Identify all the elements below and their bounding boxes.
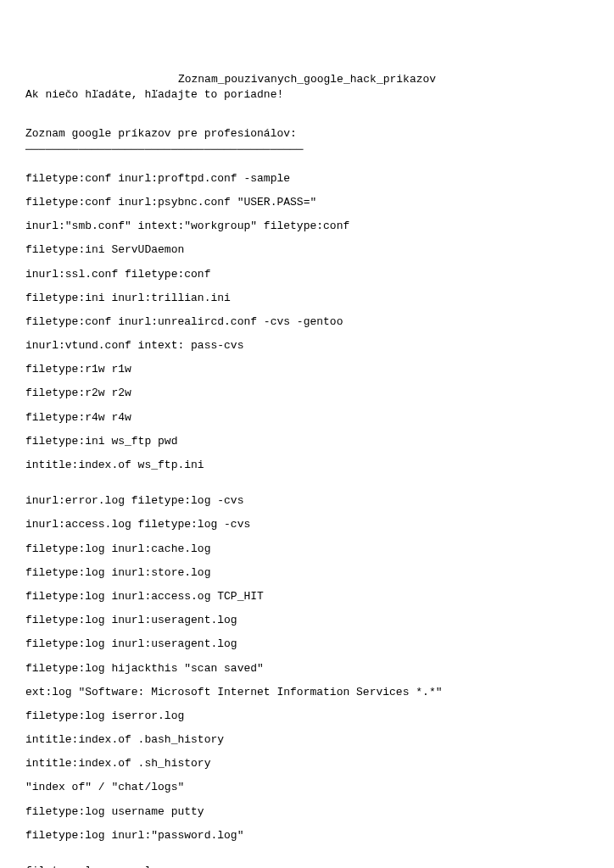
command-line: intitle:index.of ws_ftp.ini — [25, 458, 589, 473]
command-line: filetype:conf inurl:unrealircd.conf -cvs… — [25, 314, 589, 330]
command-line: inurl:error.log filetype:log -cvs — [25, 493, 589, 509]
block-spacer — [25, 481, 589, 493]
command-line: filetype:log inurl:store.log — [25, 565, 589, 581]
command-block-1: filetype:conf inurl:proftpd.conf -sample… — [25, 171, 589, 473]
document-subtitle: Ak niečo hľadáte, hľadajte to poriadne! — [25, 87, 589, 103]
command-line: filetype:log inurl:useragent.log — [25, 637, 589, 652]
document-title: Zoznam_pouzivanych_google_hack_prikazov — [25, 72, 589, 87]
section-underline: ────────────────────────────────────────… — [25, 142, 589, 158]
command-block-2: inurl:error.log filetype:log -cvsinurl:a… — [25, 493, 589, 843]
command-line: filetype:log cron.log — [25, 864, 589, 868]
command-line: filetype:log inurl:cache.log — [25, 542, 589, 557]
command-line: filetype:conf inurl:psybnc.conf "USER.PA… — [25, 195, 589, 210]
command-line: inurl:vtund.conf intext: pass-cvs — [25, 338, 589, 353]
command-line: filetype:log inurl:useragent.log — [25, 613, 589, 628]
command-line: filetype:r4w r4w — [25, 410, 589, 426]
block-spacer — [25, 852, 589, 864]
command-line: filetype:r1w r1w — [25, 362, 589, 377]
command-line: intitle:index.of .bash_history — [25, 732, 589, 748]
command-line: intitle:index.of .sh_history — [25, 756, 589, 771]
command-block-3: filetype:log cron.log — [25, 864, 589, 868]
command-line: filetype:r2w r2w — [25, 386, 589, 401]
command-line: filetype:conf inurl:proftpd.conf -sample — [25, 171, 589, 186]
command-line: filetype:log hijackthis "scan saved" — [25, 661, 589, 676]
command-line: filetype:ini ServUDaemon — [25, 242, 589, 258]
section-heading: Zoznam google príkazov pre profesionálov… — [25, 126, 589, 142]
command-line: "index of" / "chat/logs" — [25, 780, 589, 795]
command-line: filetype:log inurl:access.og TCP_HIT — [25, 589, 589, 604]
command-line: filetype:ini inurl:trillian.ini — [25, 291, 589, 306]
command-line: filetype:log inurl:"password.log" — [25, 828, 589, 843]
command-line: inurl:"smb.conf" intext:"workgroup" file… — [25, 219, 589, 234]
command-line: inurl:access.log filetype:log -cvs — [25, 517, 589, 532]
command-line: inurl:ssl.conf filetype:conf — [25, 267, 589, 282]
command-line: filetype:log username putty — [25, 804, 589, 820]
command-line: filetype:ini ws_ftp pwd — [25, 434, 589, 449]
command-line: ext:log "Software: Microsoft Internet In… — [25, 685, 589, 700]
command-line: filetype:log iserror.log — [25, 709, 589, 724]
